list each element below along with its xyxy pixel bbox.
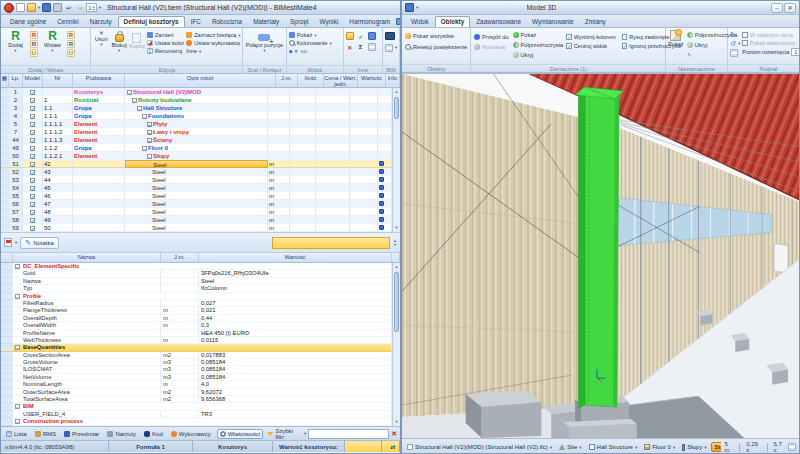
col-lp[interactable]: Lp. xyxy=(9,74,23,87)
col-prop-jm[interactable]: J.m. xyxy=(161,253,199,262)
row-selector[interactable] xyxy=(1,216,9,224)
row-selector[interactable] xyxy=(1,366,13,373)
row-selector[interactable] xyxy=(1,293,13,300)
breadcrumb-item[interactable]: Hall Structure▾ xyxy=(587,443,640,451)
pokaz-wszystkie-button[interactable]: Pokaż wszystkie xyxy=(404,32,455,40)
chevron-down-icon[interactable]: ▾ xyxy=(38,5,40,10)
minimize-button[interactable]: – xyxy=(771,3,783,13)
table-icon[interactable] xyxy=(368,43,376,51)
bottom-tab-lista[interactable]: Lista xyxy=(4,430,29,438)
property-row[interactable]: OverallWidthm0,3 xyxy=(1,322,392,329)
property-row[interactable]: TypIfcColumn xyxy=(1,285,392,292)
panel-spin-icons[interactable]: ▲▼ xyxy=(393,239,397,247)
clear-filter-icon[interactable]: ✕ xyxy=(391,430,397,438)
polprzezroczysta-button[interactable]: Półprzeźroczysta xyxy=(512,41,565,49)
breadcrumb-item[interactable]: Floor 0▾ xyxy=(642,443,677,451)
row-selector[interactable] xyxy=(1,176,9,184)
row-opis[interactable]: +Płyty xyxy=(125,120,268,128)
scroll-down-icon[interactable]: ▼ xyxy=(393,418,400,426)
checkbox-checked-icon[interactable]: ✓ xyxy=(30,98,36,104)
checkbox-checked-icon[interactable]: ✓ xyxy=(30,194,36,200)
collapse-icon[interactable]: − xyxy=(142,146,147,151)
scroll-thumb[interactable] xyxy=(394,97,399,119)
tab-cenniki[interactable]: Cenniki xyxy=(52,17,83,27)
tab-materiały[interactable]: Materiały xyxy=(248,17,284,27)
ukryj-button[interactable]: Ukryj xyxy=(512,51,565,59)
app-logo-icon[interactable] xyxy=(4,3,14,13)
cost-row[interactable]: 51✓42Steelm xyxy=(1,160,392,168)
property-group-row[interactable]: −BaseQuantities xyxy=(1,344,392,351)
insert-u-icon[interactable]: U xyxy=(67,49,75,57)
tab-robocizna[interactable]: Robocizna xyxy=(207,17,247,27)
checkbox-checked-icon[interactable]: ✓ xyxy=(30,154,36,160)
mode-label[interactable]: Kosztorys xyxy=(193,441,273,452)
row-selector[interactable] xyxy=(1,128,9,136)
pokaz-zaznaczone-button[interactable]: Pokaż xyxy=(512,31,565,39)
add-r2-icon[interactable]: R xyxy=(30,40,38,48)
property-row[interactable]: CrossSectionAream20,017883 xyxy=(1,352,392,359)
property-row[interactable]: OuterSurfaceAream29,62072 xyxy=(1,389,392,396)
pokaz-niezaznaczone-button[interactable]: Pokaż xyxy=(668,29,684,47)
note-highlight-field[interactable] xyxy=(272,237,390,249)
row-opis[interactable]: Steel xyxy=(125,176,268,184)
property-row[interactable]: NominalLengthm4,0 xyxy=(1,381,392,388)
row-selector[interactable] xyxy=(1,192,9,200)
split-grid-icon[interactable] xyxy=(730,49,738,57)
cost-row[interactable]: 57✓48Steelm xyxy=(1,208,392,216)
collapse-icon[interactable]: − xyxy=(132,98,137,103)
przejdz-do-button[interactable]: Przejdź do xyxy=(473,33,509,41)
checkbox-checked-icon[interactable]: ✓ xyxy=(30,186,36,192)
row-selector[interactable] xyxy=(1,381,13,388)
new-document-icon[interactable] xyxy=(16,3,25,12)
row-selector[interactable] xyxy=(1,278,13,285)
bottom-tab-narzuty[interactable]: Narzuty xyxy=(105,430,138,438)
cost-row[interactable]: 56✓47Steelm xyxy=(1,200,392,208)
expand-icon[interactable]: + xyxy=(147,122,152,127)
row-opis[interactable]: Steel xyxy=(125,216,268,224)
breadcrumb-item[interactable]: Steel▾ xyxy=(711,442,721,452)
rotate2-icon[interactable]: ↺▾ xyxy=(730,40,740,47)
formula-label[interactable]: Formuła 1 xyxy=(109,441,193,452)
checkbox-checked-icon[interactable]: ✓ xyxy=(30,138,36,144)
insert-r2-icon[interactable]: R xyxy=(67,40,75,48)
cost-row[interactable]: 2✓1Rozdział−Roboty budowlane xyxy=(1,96,392,104)
row-selector[interactable] xyxy=(1,307,13,314)
property-row[interactable]: NetVolumem30,085184 xyxy=(1,374,392,381)
poziom-rozwiniecia-stepper[interactable]: Poziom rozwinięcia 1▲▼ xyxy=(742,48,800,56)
collapse-icon[interactable]: − xyxy=(15,404,20,409)
remove-icon[interactable]: ✕ xyxy=(346,43,354,51)
tab-harmonogram[interactable]: Harmonogram xyxy=(344,17,395,27)
bottom-tab-kod[interactable]: Kod xyxy=(142,430,165,438)
sum-icon[interactable]: Σ xyxy=(357,43,365,51)
check-icon[interactable]: ✓ xyxy=(357,32,365,40)
row-selector[interactable] xyxy=(1,359,13,366)
pokaz-button[interactable]: Pokaż ▾ xyxy=(289,32,332,38)
resetuj-powiekszenie-button[interactable]: Resetuj powiększenie xyxy=(404,43,468,51)
tab-dane-ogólne[interactable]: Dane ogólne xyxy=(5,17,51,27)
bottom-tab-wykonawcy[interactable]: Wykonawcy xyxy=(169,430,213,438)
chevron-down-icon[interactable]: ▾ xyxy=(15,240,17,245)
insert-r-icon[interactable]: R xyxy=(67,31,75,39)
selected-column-steel[interactable] xyxy=(575,87,624,409)
row-opis[interactable]: −Floor 0 xyxy=(125,144,268,152)
blokuj-button[interactable]: Blokuj▾ xyxy=(111,29,127,53)
cost-row[interactable]: 50✓1.1.2.1Element−Słupy xyxy=(1,152,392,160)
property-row[interactable]: ProfileNameHEA 450 (I) EURO xyxy=(1,330,392,337)
row-selector[interactable] xyxy=(1,120,9,128)
quick-number-stepper[interactable]: 1 ▴▾ xyxy=(86,3,96,12)
view-settings-icon[interactable] xyxy=(788,443,796,451)
checkbox-checked-icon[interactable]: ✓ xyxy=(30,106,36,112)
cost-row[interactable]: 5✓1.1.1.1Element+Płyty xyxy=(1,120,392,128)
note-page-icon[interactable] xyxy=(4,238,12,247)
tab-definiuj-kosztorys[interactable]: Definiuj kosztorys xyxy=(118,16,185,27)
row-selector[interactable] xyxy=(1,112,9,120)
stepper-arrows-icon[interactable]: ▴▾ xyxy=(93,5,95,11)
cost-row[interactable]: 52✓43Steelm xyxy=(1,168,392,176)
usun-button[interactable]: ✕ Usuń▾ xyxy=(93,29,109,47)
row-opis[interactable]: −Hall Structure xyxy=(125,104,268,112)
expand-icon[interactable]: + xyxy=(147,130,152,135)
cost-row[interactable]: 7✓1.1.1.2Element+Ławy i stopy xyxy=(1,128,392,136)
row-selector[interactable] xyxy=(1,152,9,160)
checkbox-checked-icon[interactable]: ✓ xyxy=(30,162,36,168)
cost-row[interactable]: 54✓45Steelm xyxy=(1,184,392,192)
